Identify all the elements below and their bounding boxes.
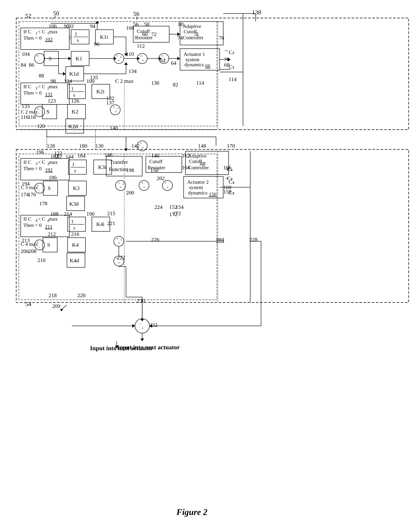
svg-text:Adaptive: Adaptive <box>183 23 201 29</box>
svg-text:230: 230 <box>137 298 145 304</box>
svg-text:C 4 max: C 4 max <box>21 241 38 247</box>
svg-text:K2: K2 <box>72 109 78 115</box>
svg-text:+: + <box>142 58 144 62</box>
svg-text:196: 196 <box>36 149 44 155</box>
svg-text:108: 108 <box>126 25 134 31</box>
svg-text:90: 90 <box>64 23 69 29</box>
svg-text:120: 120 <box>37 123 45 129</box>
svg-text:Then = 0: Then = 0 <box>23 35 42 41</box>
svg-text:+: + <box>113 105 115 109</box>
svg-text:K2d: K2d <box>68 123 78 129</box>
svg-text:+: + <box>122 182 124 186</box>
svg-text:162: 162 <box>182 153 190 159</box>
svg-text:K1d: K1d <box>69 71 79 77</box>
svg-text:S: S <box>47 242 50 248</box>
svg-text:Cutoff: Cutoff <box>149 159 163 164</box>
svg-text:66: 66 <box>205 63 210 69</box>
svg-text:200: 200 <box>126 190 134 196</box>
svg-text:s: s <box>73 92 75 98</box>
svg-text:Transfer: Transfer <box>110 159 128 165</box>
svg-text:Function: Function <box>109 166 128 172</box>
svg-text:174: 174 <box>21 191 29 197</box>
svg-text:82: 82 <box>173 81 178 88</box>
svg-text:72: 72 <box>151 31 157 37</box>
svg-text:156: 156 <box>209 191 216 197</box>
svg-text:< C: < C <box>38 29 45 34</box>
svg-text:68: 68 <box>224 62 230 68</box>
page: 50 52 If C 1 < C 1 max Then = 0 102 1 s … <box>0 0 420 529</box>
svg-text:-: - <box>140 321 141 326</box>
svg-text:dynamics: dynamics <box>188 190 207 196</box>
svg-text:Actuator 1: Actuator 1 <box>184 51 205 57</box>
svg-text:dynamics: dynamics <box>184 62 204 67</box>
svg-text:80: 80 <box>178 21 184 27</box>
svg-text:215: 215 <box>107 210 115 216</box>
svg-text:212: 212 <box>48 231 56 237</box>
svg-text:s: s <box>77 37 79 43</box>
svg-text:208: 208 <box>28 248 36 254</box>
svg-text:50: 50 <box>53 10 59 17</box>
svg-text:76: 76 <box>219 35 224 41</box>
svg-text:system: system <box>185 57 199 62</box>
svg-text:+: + <box>140 54 142 58</box>
svg-text:150: 150 <box>150 167 158 173</box>
svg-text:64: 64 <box>171 60 176 66</box>
svg-text:214: 214 <box>64 211 72 217</box>
svg-text:138: 138 <box>252 9 261 16</box>
svg-text:Then = 0: Then = 0 <box>23 90 42 96</box>
svg-text:-: - <box>39 245 40 249</box>
svg-text:max: max <box>49 29 58 34</box>
svg-text:142: 142 <box>131 143 140 149</box>
svg-text:K3: K3 <box>73 185 79 191</box>
svg-text:144: 144 <box>66 154 74 159</box>
svg-text:+: + <box>143 185 145 189</box>
svg-text:1: 1 <box>72 161 75 167</box>
svg-text:If C: If C <box>23 29 31 34</box>
svg-text:+: + <box>120 185 122 189</box>
svg-text:52: 52 <box>25 13 31 19</box>
svg-text:+: + <box>140 141 142 145</box>
svg-text:126: 126 <box>71 98 79 104</box>
svg-text:K2i: K2i <box>96 88 105 94</box>
svg-text:88: 88 <box>39 73 44 79</box>
svg-text:-: - <box>39 188 40 192</box>
svg-text:136: 136 <box>151 80 159 86</box>
svg-text:106: 106 <box>49 23 57 29</box>
svg-text:+: + <box>165 181 167 185</box>
svg-text:128: 128 <box>47 143 55 149</box>
svg-text:206: 206 <box>21 248 29 254</box>
svg-text:max: max <box>49 216 58 222</box>
svg-text:+: + <box>118 241 120 245</box>
svg-text:216: 216 <box>71 231 79 237</box>
svg-text:system: system <box>189 185 203 190</box>
svg-text:< C: < C <box>38 159 45 165</box>
svg-text:84: 84 <box>21 62 26 68</box>
svg-text:Then = 0: Then = 0 <box>23 166 42 171</box>
svg-text:1: 1 <box>71 86 74 92</box>
svg-text:188: 188 <box>50 211 58 217</box>
svg-text:124: 124 <box>64 78 72 84</box>
svg-text:If C: If C <box>23 159 31 165</box>
svg-text:209: 209 <box>52 303 60 309</box>
svg-text:+: + <box>167 185 169 189</box>
svg-text:S: S <box>46 109 50 115</box>
svg-text:K1i: K1i <box>100 34 108 40</box>
svg-text:104: 104 <box>22 51 30 57</box>
svg-text:max: max <box>49 84 58 89</box>
svg-text:137: 137 <box>106 100 114 106</box>
svg-text:+: + <box>37 54 39 58</box>
svg-text:146: 146 <box>105 152 113 158</box>
svg-text:C 3 max: C 3 max <box>21 185 38 190</box>
svg-text:+: + <box>120 238 122 242</box>
svg-text:74: 74 <box>177 35 183 41</box>
svg-text:-: - <box>39 58 40 62</box>
svg-text:114: 114 <box>229 76 236 82</box>
svg-text:max: max <box>49 159 58 165</box>
svg-text:102: 102 <box>45 37 52 42</box>
svg-text:Then = 0: Then = 0 <box>23 222 42 228</box>
svg-text:4: 4 <box>36 218 38 223</box>
svg-text:C₂: C₂ <box>229 49 234 55</box>
svg-text:94: 94 <box>90 23 95 29</box>
svg-text:180: 180 <box>79 143 87 149</box>
svg-text:232: 232 <box>149 322 158 328</box>
